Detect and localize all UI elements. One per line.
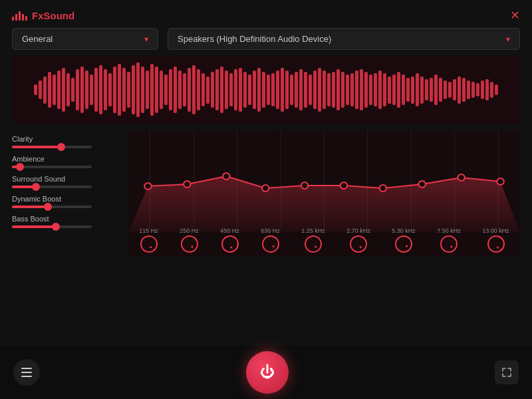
wave-bar — [132, 65, 135, 114]
wave-bar — [215, 69, 219, 110]
eq-freq-label: 13.00 kHz — [482, 227, 509, 234]
wave-bar — [360, 69, 363, 110]
wave-bar — [467, 80, 470, 100]
eq-knob[interactable] — [137, 232, 161, 256]
wave-bar — [434, 74, 438, 104]
expand-icon — [501, 367, 512, 378]
slider-label: Ambience — [12, 155, 122, 163]
device-arrow: ▾ — [506, 35, 510, 44]
slider-fill — [12, 146, 61, 148]
wave-bar — [397, 72, 400, 107]
eq-band: 450 Hz — [220, 227, 239, 253]
close-button[interactable]: ✕ — [510, 9, 520, 21]
wave-bar — [127, 72, 130, 107]
logo: FxSound — [12, 10, 74, 21]
wave-bar — [201, 73, 205, 106]
wave-bar — [99, 65, 102, 114]
wave-bar — [197, 69, 200, 110]
menu-line-1 — [21, 368, 32, 369]
eq-freq-label: 115 Hz — [139, 227, 158, 234]
wave-bar — [108, 73, 112, 106]
wave-bar — [188, 68, 191, 112]
wave-bar — [150, 64, 154, 116]
svg-point-7 — [418, 181, 426, 188]
wave-bar — [309, 74, 312, 104]
eq-knob[interactable] — [437, 232, 462, 256]
wave-bar — [271, 73, 275, 106]
wave-bar — [290, 74, 293, 104]
slider-track[interactable] — [12, 225, 92, 228]
logo-text: FxSound — [32, 10, 74, 21]
wave-bar — [336, 69, 340, 110]
slider-row: Ambience — [12, 155, 122, 168]
slider-track[interactable] — [12, 166, 92, 168]
logo-bar-5 — [25, 16, 27, 21]
slider-track[interactable] — [12, 146, 92, 148]
expand-button[interactable] — [495, 360, 519, 384]
wave-bar — [48, 72, 51, 107]
wave-bar — [425, 79, 428, 101]
wave-bar — [262, 72, 265, 107]
eq-freq-label: 7.50 kHz — [437, 227, 461, 234]
eq-knob[interactable] — [219, 233, 241, 255]
wave-bar — [444, 80, 447, 100]
wave-bar — [155, 66, 158, 113]
wave-bar — [43, 76, 47, 104]
menu-button[interactable] — [13, 359, 40, 386]
wave-bar — [402, 74, 405, 104]
wave-bar — [327, 73, 331, 106]
power-icon: ⏻ — [260, 365, 275, 380]
sliders-panel: ClarityAmbienceSurround SoundDynamic Boo… — [12, 130, 128, 256]
slider-thumb[interactable] — [44, 203, 52, 211]
wave-bar — [257, 68, 261, 112]
slider-track[interactable] — [12, 205, 92, 208]
eq-knob[interactable] — [301, 232, 326, 256]
slider-row: Clarity — [12, 135, 122, 148]
power-button[interactable]: ⏻ — [246, 351, 289, 394]
slider-fill — [12, 225, 56, 228]
eq-bands-row: 115 Hz250 Hz450 Hz630 Hz1.25 kHz2.70 kHz… — [128, 226, 520, 256]
wave-bar — [383, 73, 386, 106]
eq-knob[interactable] — [392, 232, 416, 256]
svg-point-5 — [340, 182, 348, 189]
svg-point-6 — [380, 185, 387, 192]
wave-bar — [388, 76, 391, 104]
wave-bar — [350, 73, 354, 106]
slider-track[interactable] — [12, 186, 92, 188]
wave-bar — [211, 72, 214, 107]
wave-bar — [178, 70, 182, 108]
eq-band: 2.70 kHz — [346, 227, 370, 253]
wave-bar — [225, 70, 228, 108]
device-label: Speakers (High Definition Audio Device) — [178, 34, 331, 44]
eq-band: 250 Hz — [180, 227, 199, 253]
wave-bar — [323, 70, 326, 108]
wave-bar — [495, 84, 498, 95]
wave-bar — [239, 68, 242, 112]
device-dropdown[interactable]: Speakers (High Definition Audio Device) … — [168, 28, 520, 50]
slider-row: Bass Boost — [12, 215, 122, 228]
eq-freq-label: 5.30 kHz — [392, 227, 416, 234]
slider-thumb[interactable] — [52, 223, 60, 231]
eq-knob-dot — [314, 245, 317, 248]
slider-thumb[interactable] — [57, 143, 65, 151]
eq-knob[interactable] — [346, 232, 370, 256]
eq-band: 13.00 kHz — [482, 227, 509, 253]
eq-knob[interactable] — [258, 232, 283, 256]
wave-bar — [234, 69, 237, 110]
wave-bar — [406, 78, 410, 102]
preset-dropdown[interactable]: General ▾ — [12, 28, 158, 50]
wave-bar — [39, 80, 42, 100]
logo-icon — [12, 10, 27, 21]
eq-knob[interactable] — [177, 232, 201, 256]
slider-row: Surround Sound — [12, 175, 122, 188]
wave-bar — [341, 72, 344, 107]
slider-thumb[interactable] — [16, 163, 24, 171]
logo-bar-2 — [15, 14, 17, 21]
wave-bar — [141, 66, 144, 113]
wave-bar — [229, 73, 233, 106]
eq-band: 1.25 kHz — [301, 227, 325, 253]
wave-bar — [355, 70, 358, 108]
eq-knob[interactable] — [484, 233, 507, 256]
eq-knob-dot — [450, 245, 453, 248]
slider-thumb[interactable] — [32, 183, 40, 191]
